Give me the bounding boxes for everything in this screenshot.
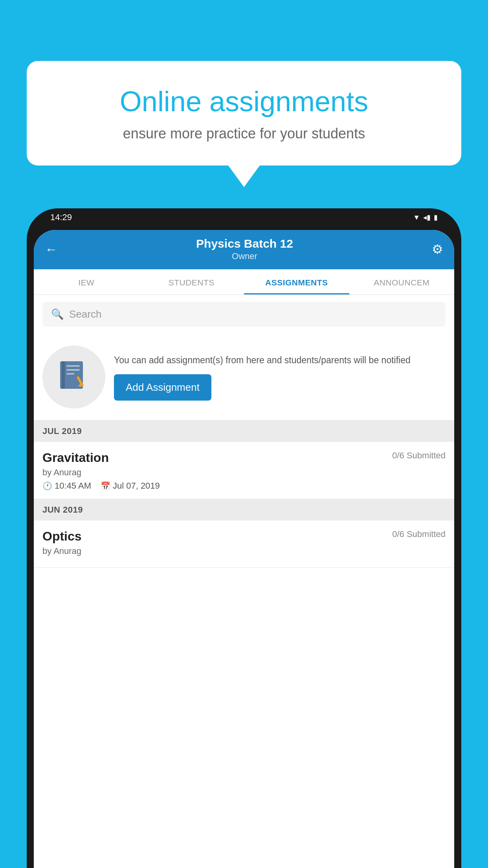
assignment-name-optics: Optics (42, 529, 82, 544)
batch-subtitle: Owner (196, 251, 293, 261)
add-assignment-button[interactable]: Add Assignment (114, 374, 211, 401)
app-header: ← Physics Batch 12 Owner ⚙ (34, 230, 454, 269)
promo-text: You can add assignment(s) from here and … (114, 353, 446, 367)
svg-rect-4 (66, 373, 74, 375)
assignment-name: Gravitation (42, 451, 109, 465)
notebook-icon (56, 359, 92, 395)
search-container: 🔍 Search (34, 295, 454, 334)
phone-screen: ← Physics Batch 12 Owner ⚙ IEW STUDENTS … (34, 230, 454, 868)
svg-rect-3 (66, 369, 80, 371)
bubble-title: Online assignments (58, 85, 430, 118)
signal-icon: ◂▮ (423, 213, 431, 222)
wifi-icon: ▼ (413, 213, 420, 222)
search-placeholder: Search (69, 308, 101, 320)
promo-icon-circle (42, 346, 105, 408)
batch-title: Physics Batch 12 (196, 237, 293, 250)
battery-icon: ▮ (434, 213, 438, 222)
phone-frame: 14:29 ▼ ◂▮ ▮ ← Physics Batch 12 Owner ⚙ … (27, 208, 461, 868)
meta-date: 📅 Jul 07, 2019 (101, 481, 160, 491)
phone-notch (216, 208, 272, 224)
assignment-submitted-optics: 0/6 Submitted (392, 529, 446, 539)
assignment-date: Jul 07, 2019 (113, 481, 160, 491)
assignment-submitted: 0/6 Submitted (392, 451, 446, 461)
assignment-top-row: Gravitation 0/6 Submitted (42, 451, 446, 465)
assignment-author-optics: by Anurag (42, 546, 446, 556)
assignment-meta: 🕐 10:45 AM 📅 Jul 07, 2019 (42, 481, 446, 491)
tab-assignments[interactable]: ASSIGNMENTS (244, 269, 349, 294)
tabs-bar: IEW STUDENTS ASSIGNMENTS ANNOUNCEM (34, 269, 454, 295)
search-bar[interactable]: 🔍 Search (42, 302, 446, 327)
speech-bubble: Online assignments ensure more practice … (27, 61, 461, 166)
assignment-promo: You can add assignment(s) from here and … (34, 334, 454, 421)
svg-rect-2 (66, 365, 80, 367)
assignment-item-gravitation[interactable]: Gravitation 0/6 Submitted by Anurag 🕐 10… (34, 442, 454, 499)
status-time: 14:29 (50, 212, 72, 223)
clock-icon: 🕐 (42, 481, 52, 491)
header-title-group: Physics Batch 12 Owner (196, 237, 293, 261)
svg-rect-1 (62, 361, 65, 389)
promo-content: You can add assignment(s) from here and … (114, 353, 446, 401)
tab-students[interactable]: STUDENTS (139, 269, 244, 294)
back-button[interactable]: ← (45, 242, 57, 257)
tab-announcements[interactable]: ANNOUNCEM (349, 269, 455, 294)
calendar-icon: 📅 (101, 481, 110, 491)
assignment-top-row-optics: Optics 0/6 Submitted (42, 529, 446, 544)
bubble-subtitle: ensure more practice for your students (58, 125, 430, 142)
bubble-arrow (228, 166, 260, 187)
status-icons: ▼ ◂▮ ▮ (413, 213, 438, 222)
tab-iew[interactable]: IEW (34, 269, 139, 294)
section-header-jun: JUN 2019 (34, 499, 454, 520)
assignment-item-optics[interactable]: Optics 0/6 Submitted by Anurag (34, 520, 454, 568)
meta-time: 🕐 10:45 AM (42, 481, 91, 491)
section-header-jul: JUL 2019 (34, 421, 454, 442)
search-icon: 🔍 (51, 308, 64, 320)
speech-bubble-container: Online assignments ensure more practice … (27, 61, 461, 187)
assignment-time: 10:45 AM (55, 481, 91, 491)
assignment-author: by Anurag (42, 467, 446, 478)
settings-button[interactable]: ⚙ (432, 242, 443, 257)
